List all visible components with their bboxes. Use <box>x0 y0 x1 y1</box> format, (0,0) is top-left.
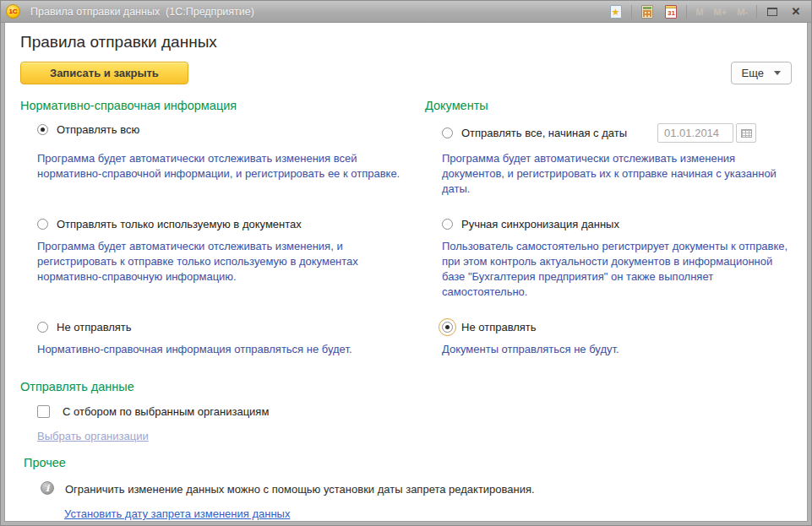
hint-docs-send-from-date: Программа будет автоматически отслеживат… <box>425 151 792 197</box>
hint-docs-manual-sync: Пользователь самостоятельно регистрирует… <box>425 239 792 300</box>
radio-label: Ручная синхронизация данных <box>461 218 619 230</box>
service-functions-button[interactable] <box>608 3 624 20</box>
start-date-input[interactable] <box>657 123 733 143</box>
calculator-button[interactable] <box>639 3 656 20</box>
calendar-button[interactable]: 31 <box>662 3 679 20</box>
info-row: i Ограничить изменение данных можно с по… <box>24 481 788 496</box>
radio-label: Отправлять всю <box>57 123 139 136</box>
hint-nsi-send-all: Программа будет автоматически отслеживат… <box>20 151 402 182</box>
radio-label: Не отправлять <box>57 321 132 333</box>
section-title-documents: Документы <box>425 99 792 112</box>
info-text: Ограничить изменение данных можно с помо… <box>65 481 535 496</box>
more-actions-button[interactable]: Еще <box>731 62 792 84</box>
info-icon: i <box>41 481 54 495</box>
calculator-icon <box>641 5 653 19</box>
radio-docs-do-not-send[interactable]: Не отправлять <box>425 321 792 333</box>
radio-button-icon[interactable] <box>37 124 48 135</box>
memory-m-minus-button[interactable]: M- <box>735 7 749 17</box>
maximize-button[interactable] <box>764 3 781 20</box>
radio-button-icon[interactable] <box>37 322 48 333</box>
app-window: 1С Правила отправки данных (1С:Предприят… <box>0 0 812 526</box>
titlebar-controls: 31 M M+ M- ✕ <box>608 3 804 20</box>
date-picker-grid-icon <box>741 129 752 138</box>
radio-docs-send-from-date[interactable]: Отправлять все, начиная с даты <box>425 123 792 143</box>
radio-button-icon[interactable] <box>442 322 453 333</box>
titlebar-separator <box>686 5 687 19</box>
radio-label: Не отправлять <box>461 321 537 333</box>
maximize-icon <box>767 8 777 16</box>
select-organizations-link[interactable]: Выбрать организации <box>37 430 149 442</box>
favorites-doc-icon <box>610 5 622 19</box>
start-date-group <box>657 123 756 143</box>
window-title: Правила отправки данных (1С:Предприятие) <box>30 6 254 18</box>
set-restriction-date-link[interactable]: Установить дату запрета изменения данных <box>64 507 290 520</box>
titlebar: 1С Правила отправки данных (1С:Предприят… <box>1 1 811 23</box>
hint-docs-do-not-send: Документы отправляться не будут. <box>425 342 792 357</box>
chevron-down-icon <box>774 71 781 75</box>
hint-nsi-do-not-send: Нормативно-справочная информация отправл… <box>20 342 402 357</box>
radio-button-icon[interactable] <box>442 127 453 138</box>
hint-nsi-send-used-only: Программа будет автоматически отслеживат… <box>20 239 402 285</box>
radio-button-icon[interactable] <box>37 219 48 230</box>
checkbox-filter-by-organizations[interactable]: С отбором по выбранным организациям <box>20 405 425 418</box>
radio-nsi-send-used-only[interactable]: Отправлять только используемую в докумен… <box>20 218 425 230</box>
save-and-close-button[interactable]: Записать и закрыть <box>20 62 188 84</box>
calendar-icon: 31 <box>665 5 677 19</box>
page-title: Правила отправки данных <box>20 33 792 52</box>
titlebar-separator <box>756 5 757 19</box>
section-title-other: Прочее <box>24 456 788 469</box>
radio-label: Отправлять все, начиная с даты <box>461 127 627 139</box>
form-content: Правила отправки данных Записать и закры… <box>4 23 808 522</box>
checkbox-label: С отбором по выбранным организациям <box>63 405 269 418</box>
memory-m-plus-button[interactable]: M+ <box>712 7 729 17</box>
close-button[interactable]: ✕ <box>787 3 804 20</box>
settings-grid: Нормативно-справочная информация Докумен… <box>20 86 792 443</box>
section-title-nsi: Нормативно-справочная информация <box>20 99 425 112</box>
radio-button-icon[interactable] <box>442 219 453 230</box>
radio-nsi-send-all[interactable]: Отправлять всю <box>20 123 425 136</box>
date-picker-button[interactable] <box>736 123 756 143</box>
more-actions-label: Еще <box>742 67 764 79</box>
section-other: Прочее i Ограничить изменение данных мож… <box>24 456 788 521</box>
titlebar-separator <box>631 5 632 19</box>
radio-docs-manual-sync[interactable]: Ручная синхронизация данных <box>425 218 792 230</box>
section-title-send-data: Отправлять данные <box>20 380 425 393</box>
toolbar: Записать и закрыть Еще <box>20 62 792 84</box>
checkbox-icon[interactable] <box>37 405 50 418</box>
radio-nsi-do-not-send[interactable]: Не отправлять <box>20 321 425 333</box>
1c-app-icon[interactable]: 1С <box>6 4 20 19</box>
close-icon: ✕ <box>792 6 801 17</box>
radio-label: Отправлять только используемую в докумен… <box>57 218 302 230</box>
memory-m-button[interactable]: M <box>694 7 705 17</box>
